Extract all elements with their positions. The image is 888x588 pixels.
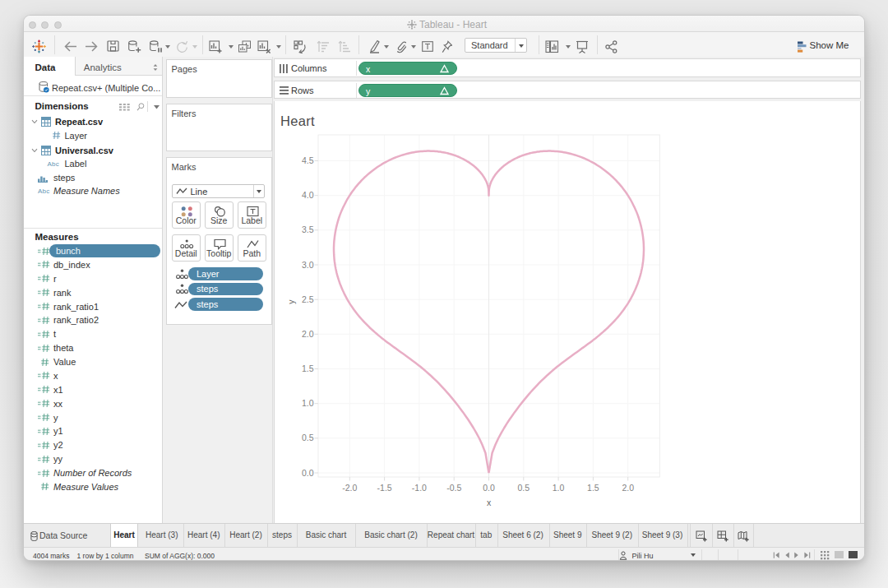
svg-text:0.0: 0.0 bbox=[483, 483, 495, 493]
svg-text:1.5: 1.5 bbox=[587, 483, 599, 493]
svg-text:1.5: 1.5 bbox=[301, 363, 313, 373]
svg-text:-1.0: -1.0 bbox=[411, 483, 426, 493]
svg-text:2.0: 2.0 bbox=[622, 483, 634, 493]
svg-text:3.5: 3.5 bbox=[301, 225, 313, 234]
svg-text:4.0: 4.0 bbox=[301, 190, 313, 200]
svg-text:1.0: 1.0 bbox=[552, 483, 564, 493]
svg-text:4.5: 4.5 bbox=[301, 155, 313, 165]
svg-text:y: y bbox=[286, 299, 296, 304]
svg-text:-0.5: -0.5 bbox=[446, 483, 461, 493]
svg-text:0.5: 0.5 bbox=[517, 483, 530, 493]
svg-text:-2.0: -2.0 bbox=[342, 483, 357, 493]
svg-text:2.5: 2.5 bbox=[301, 294, 313, 304]
svg-text:x: x bbox=[486, 498, 491, 507]
svg-text:2.0: 2.0 bbox=[301, 329, 313, 339]
svg-text:1.0: 1.0 bbox=[301, 398, 313, 408]
svg-text:-1.5: -1.5 bbox=[377, 483, 391, 493]
svg-text:0.5: 0.5 bbox=[301, 433, 313, 442]
svg-text:0.0: 0.0 bbox=[301, 468, 313, 478]
svg-text:3.0: 3.0 bbox=[301, 260, 313, 270]
